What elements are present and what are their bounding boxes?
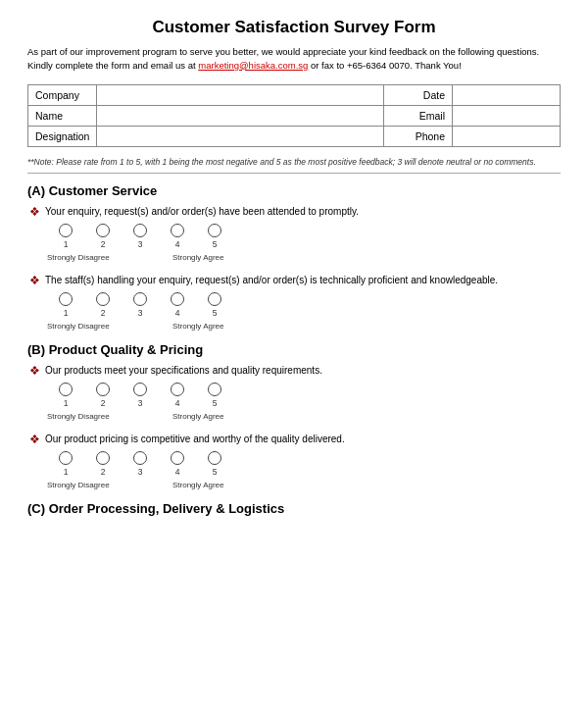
radio-circle-b1-2[interactable] [96, 383, 110, 396]
scale-label-right-b1: Strongly Agree [172, 412, 223, 421]
email-field-label: Email [384, 105, 453, 126]
question-text-a2: The staff(s) handling your enquiry, requ… [45, 274, 498, 287]
scale-b2: 12345 [47, 451, 561, 477]
phone-value[interactable] [453, 126, 561, 146]
date-value[interactable] [453, 84, 561, 105]
radio-circle-a2-1[interactable] [59, 292, 73, 306]
radio-circle-a1-2[interactable] [96, 224, 110, 237]
email-value[interactable] [453, 105, 561, 126]
intro-paragraph: As part of our improvement program to se… [27, 45, 561, 73]
section-header-c: (C) Order Processing, Delivery & Logisti… [27, 501, 561, 516]
radio-circle-b2-3[interactable] [133, 451, 147, 465]
radio-option-b1-1: 1 [47, 383, 84, 408]
radio-circle-b2-2[interactable] [96, 451, 110, 465]
radio-option-a2-3: 3 [122, 292, 159, 318]
radio-number-a1-1: 1 [64, 239, 69, 249]
section-c: (C) Order Processing, Delivery & Logisti… [27, 501, 561, 516]
note-text: **Note: Please rate from 1 to 5, with 1 … [27, 157, 561, 167]
radio-number-b1-4: 4 [175, 398, 180, 408]
radio-circle-a1-5[interactable] [208, 224, 221, 237]
radio-option-a2-2: 2 [84, 292, 122, 318]
radio-circle-b1-5[interactable] [208, 383, 221, 396]
radio-option-b1-2: 2 [84, 383, 122, 408]
radio-option-b1-3: 3 [122, 383, 159, 408]
intro-text-after: or fax to +65-6364 0070. Thank You! [311, 60, 462, 71]
radio-number-a1-4: 4 [175, 239, 180, 249]
radio-circle-a2-3[interactable] [133, 292, 147, 306]
section-header-a: (A) Customer Service [27, 183, 561, 198]
divider [27, 173, 561, 174]
company-label: Company [28, 84, 97, 105]
company-value[interactable] [97, 84, 384, 105]
name-label: Name [28, 105, 97, 126]
scale-a2: 12345 [47, 292, 561, 318]
radio-option-b2-2: 2 [84, 451, 122, 477]
radio-option-b2-5: 5 [196, 451, 233, 477]
radio-circle-b1-1[interactable] [59, 383, 73, 396]
phone-label: Phone [384, 126, 453, 146]
info-table: Company Date Name Email Designation Phon… [27, 84, 561, 147]
diamond-icon-a2: ❖ [29, 274, 40, 287]
section-a: (A) Customer Service❖Your enquiry, reque… [27, 183, 561, 331]
radio-circle-b2-5[interactable] [208, 451, 221, 465]
radio-number-b1-1: 1 [64, 398, 69, 408]
radio-number-b2-4: 4 [175, 467, 180, 477]
radio-option-a2-4: 4 [159, 292, 196, 318]
radio-option-b2-1: 1 [47, 451, 84, 477]
radio-circle-a1-3[interactable] [133, 224, 147, 237]
radio-option-b1-5: 5 [196, 383, 233, 408]
radio-circle-a1-4[interactable] [171, 224, 184, 237]
radio-circle-b2-1[interactable] [59, 451, 73, 465]
radio-number-b1-5: 5 [213, 398, 218, 408]
radio-number-a2-2: 2 [101, 308, 106, 318]
question-text-a1: Your enquiry, request(s) and/or order(s)… [45, 205, 359, 219]
date-label: Date [384, 84, 453, 105]
scale-label-right-b2: Strongly Agree [172, 481, 223, 489]
scale-label-left-b2: Strongly Disagree [47, 481, 122, 489]
scale-label-left-a1: Strongly Disagree [47, 253, 122, 262]
radio-circle-b1-3[interactable] [133, 383, 147, 396]
radio-option-a2-5: 5 [196, 292, 233, 318]
email-link[interactable]: marketing@hisaka.com.sg [198, 60, 308, 71]
radio-option-a1-3: 3 [122, 224, 159, 249]
radio-number-b2-3: 3 [138, 467, 143, 477]
scale-labels-b1: Strongly DisagreeStrongly Agree [47, 412, 561, 421]
scale-b1: 12345 [47, 383, 561, 408]
radio-circle-a1-1[interactable] [59, 224, 73, 237]
radio-number-b2-5: 5 [213, 467, 218, 477]
radio-circle-a2-5[interactable] [208, 292, 221, 306]
radio-option-b1-4: 4 [159, 383, 196, 408]
scale-label-left-a2: Strongly Disagree [47, 322, 122, 331]
radio-circle-a2-2[interactable] [96, 292, 110, 306]
radio-option-a1-4: 4 [159, 224, 196, 249]
question-a2: ❖The staff(s) handling your enquiry, req… [27, 274, 561, 331]
scale-labels-a1: Strongly DisagreeStrongly Agree [47, 253, 561, 262]
radio-option-a1-5: 5 [196, 224, 233, 249]
radio-number-b1-3: 3 [138, 398, 143, 408]
diamond-icon-a1: ❖ [29, 205, 40, 219]
radio-circle-b2-4[interactable] [171, 451, 184, 465]
scale-labels-b2: Strongly DisagreeStrongly Agree [47, 481, 561, 489]
question-text-b1: Our products meet your specifications an… [45, 364, 322, 378]
radio-number-a1-5: 5 [213, 239, 218, 249]
radio-number-b2-2: 2 [101, 467, 106, 477]
scale-label-right-a2: Strongly Agree [172, 322, 223, 331]
question-b2: ❖Our product pricing is competitive and … [27, 433, 561, 489]
designation-label: Designation [28, 126, 97, 146]
radio-number-a2-1: 1 [64, 308, 69, 318]
radio-number-b1-2: 2 [101, 398, 106, 408]
radio-option-a1-1: 1 [47, 224, 84, 249]
radio-circle-a2-4[interactable] [171, 292, 184, 306]
scale-label-right-a1: Strongly Agree [172, 253, 223, 262]
designation-value[interactable] [97, 126, 384, 146]
name-value[interactable] [97, 105, 384, 126]
question-a1: ❖Your enquiry, request(s) and/or order(s… [27, 205, 561, 262]
radio-option-a1-2: 2 [84, 224, 122, 249]
diamond-icon-b2: ❖ [29, 433, 40, 446]
scale-label-left-b1: Strongly Disagree [47, 412, 122, 421]
radio-number-b2-1: 1 [64, 467, 69, 477]
sections-container: (A) Customer Service❖Your enquiry, reque… [27, 183, 561, 516]
radio-circle-b1-4[interactable] [171, 383, 184, 396]
radio-number-a1-2: 2 [101, 239, 106, 249]
question-text-b2: Our product pricing is competitive and w… [45, 433, 345, 446]
